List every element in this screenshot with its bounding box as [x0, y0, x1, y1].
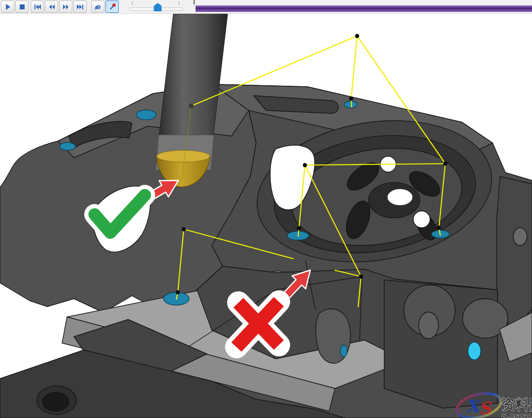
watermark-logo-s: S [479, 398, 492, 418]
progress-start-tick [194, 0, 195, 4]
step-forward-button[interactable] [59, 0, 72, 13]
tool-contact-point [189, 104, 194, 108]
skip-to-start-button[interactable] [31, 0, 44, 13]
skip-to-end-icon [76, 3, 84, 11]
probe-tool-button[interactable] [105, 0, 119, 13]
toolpath-node [303, 163, 307, 167]
drilled-hole [344, 101, 357, 108]
drilled-hole [340, 345, 347, 357]
3d-viewport[interactable]: X S 资料网 ZL.XS1616.COM [0, 14, 532, 418]
cam-simulation-window: X S 资料网 ZL.XS1616.COM [0, 0, 532, 418]
cad-scene: X S 资料网 ZL.XS1616.COM [0, 14, 532, 418]
toolpath-node [176, 290, 180, 294]
stop-icon [18, 3, 26, 11]
toolpath-segment [351, 36, 357, 99]
step-back-icon [48, 3, 56, 11]
toolpath-node [359, 275, 363, 279]
right-plate-hole [513, 228, 527, 245]
step-forward-icon [62, 3, 70, 11]
watermark-site-url: ZL.XS1616.COM [501, 413, 532, 418]
toolpath-squiggle-icon [94, 3, 102, 11]
play-icon [4, 3, 12, 11]
stop-button[interactable] [15, 0, 29, 13]
cutout-hole-2 [413, 211, 430, 228]
toolpath-node [443, 162, 447, 166]
toolpath-node [349, 97, 353, 101]
drilled-hole [60, 142, 75, 150]
drilled-hole [468, 342, 481, 360]
boss-hole [419, 312, 438, 339]
slider-tick [132, 1, 133, 5]
step-back-button[interactable] [45, 0, 58, 13]
toolpath-node [355, 34, 359, 38]
drilled-hole [136, 110, 156, 120]
toolpath-node [297, 226, 301, 230]
toolpath-display-button[interactable] [91, 0, 104, 13]
tool-gold-top [157, 150, 210, 162]
toolpath-node [182, 227, 186, 231]
speed-slider-handle[interactable] [154, 3, 162, 11]
toolpath-node [437, 226, 441, 230]
simulation-progress-bar [196, 5, 532, 12]
watermark-site-name: 资料网 [501, 397, 532, 412]
slider-tick [179, 1, 179, 5]
probe-pin-icon [108, 3, 116, 11]
skip-to-end-button[interactable] [73, 0, 87, 13]
base-counterbore-inner [42, 392, 69, 411]
skip-to-start-icon [33, 3, 41, 11]
playback-toolbar [0, 0, 532, 14]
play-button[interactable] [1, 0, 14, 13]
